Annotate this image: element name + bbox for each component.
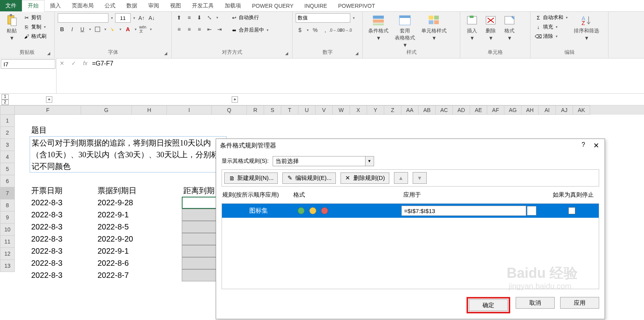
expand-group-1[interactable]: + — [46, 96, 52, 103]
row-head-5[interactable]: 5 — [0, 163, 15, 175]
col-head-W[interactable]: W — [333, 105, 350, 115]
inc-decimal-icon[interactable]: .0→.00 — [331, 26, 340, 34]
row-head-6[interactable]: 6 — [0, 175, 15, 187]
col-head-H[interactable]: H — [132, 105, 167, 115]
formula-input[interactable]: =G7-F7 — [90, 59, 644, 68]
tab-pagelayout[interactable]: 页面布局 — [66, 0, 99, 11]
merge-center-button[interactable]: ⬌合并后居中▼ — [229, 26, 271, 34]
autosum-button[interactable]: Σ自动求和▼ — [534, 13, 570, 22]
cell-F6[interactable]: 开票日期 — [30, 185, 96, 197]
col-head-AD[interactable]: AD — [453, 105, 470, 115]
name-box-input[interactable] — [1, 59, 55, 69]
ok-button[interactable]: 确定 — [469, 299, 508, 311]
tab-addins[interactable]: 加载项 — [219, 0, 247, 11]
align-bottom-icon[interactable]: ⬇ — [195, 13, 204, 22]
insert-cell-button[interactable]: 插入▼ — [463, 13, 481, 42]
font-launcher-icon[interactable]: ◢ — [164, 51, 170, 57]
col-head-G[interactable]: G — [81, 105, 132, 115]
align-center-icon[interactable]: ≡ — [185, 25, 193, 34]
col-head-U[interactable]: U — [298, 105, 316, 115]
col-head-AF[interactable]: AF — [487, 105, 504, 115]
col-head-X[interactable]: X — [350, 105, 367, 115]
table-format-button[interactable]: 套用 表格格式▼ — [392, 13, 417, 49]
rule-row[interactable]: 图标集 ⊞ — [222, 204, 599, 218]
select-all-corner[interactable] — [0, 105, 15, 115]
tab-powerquery[interactable]: POWER QUERY — [247, 0, 299, 11]
align-launcher-icon[interactable]: ◢ — [285, 51, 291, 57]
italic-button[interactable]: I — [68, 25, 76, 34]
delete-rule-button[interactable]: ✕删除规则(D) — [341, 172, 389, 184]
cell-F11[interactable]: 2022-8-3 — [30, 245, 96, 257]
tab-devtools[interactable]: 开发工具 — [186, 0, 219, 11]
outline-level-1[interactable]: 1 — [2, 94, 9, 100]
col-head-AE[interactable]: AE — [470, 105, 487, 115]
tab-data[interactable]: 数据 — [121, 0, 143, 11]
row-head-1[interactable]: 1 — [0, 115, 15, 127]
close-icon[interactable]: ✕ — [591, 141, 601, 150]
applies-to-input[interactable] — [401, 206, 526, 216]
bold-button[interactable]: B — [58, 25, 66, 34]
percent-icon[interactable]: % — [311, 26, 319, 34]
align-middle-icon[interactable]: ≡ — [185, 13, 193, 22]
orientation-icon[interactable]: ⤡ — [205, 13, 214, 22]
col-head-F[interactable]: F — [15, 105, 81, 115]
row-head-9[interactable]: 9 — [0, 212, 15, 224]
wrap-text-button[interactable]: ↩自动换行 — [229, 13, 271, 22]
cell-G12[interactable]: 2022-8-6 — [96, 257, 147, 269]
col-head-Y[interactable]: Y — [367, 105, 384, 115]
cancel-button[interactable]: 取消 — [516, 297, 555, 309]
show-rules-input[interactable] — [273, 156, 365, 166]
cell-G7[interactable]: 2022-9-28 — [96, 197, 147, 209]
col-head-R[interactable]: R — [247, 105, 264, 115]
cell-F10[interactable]: 2022-8-3 — [30, 233, 96, 245]
cell-F8[interactable]: 2022-8-3 — [30, 209, 96, 221]
tab-formulas[interactable]: 公式 — [99, 0, 121, 11]
chevron-down-icon[interactable]: ▼ — [365, 156, 374, 166]
stop-if-true-checkbox[interactable] — [568, 207, 575, 214]
fill-color-button[interactable] — [108, 25, 117, 34]
row-head-10[interactable]: 10 — [0, 224, 15, 236]
move-up-button[interactable]: ▲ — [394, 172, 408, 184]
new-rule-button[interactable]: 🗎新建规则(N)... — [224, 172, 278, 184]
format-painter-button[interactable]: 🖌格式刷 — [22, 32, 48, 41]
cell-F9[interactable]: 2022-8-3 — [30, 221, 96, 233]
cell-F1[interactable]: 题目 — [30, 124, 96, 136]
fill-button[interactable]: ↓填充▼ — [534, 23, 570, 31]
cell-F12[interactable]: 2022-8-3 — [30, 257, 96, 269]
font-size-input[interactable] — [115, 13, 131, 23]
indent-dec-icon[interactable]: ⇤ — [205, 25, 214, 34]
increase-font-icon[interactable]: A↑ — [137, 14, 146, 22]
enter-formula-icon[interactable]: ✓ — [71, 60, 76, 66]
outline-level-2[interactable]: 2 — [2, 100, 9, 105]
help-icon[interactable]: ? — [582, 141, 585, 150]
move-down-button[interactable]: ▼ — [413, 172, 427, 184]
format-cell-button[interactable]: 格式▼ — [501, 13, 518, 42]
tab-view[interactable]: 视图 — [165, 0, 186, 11]
row-head-4[interactable]: 4 — [0, 151, 15, 163]
align-top-icon[interactable]: ⬆ — [175, 13, 183, 22]
align-right-icon[interactable]: ≡ — [195, 25, 204, 34]
decrease-font-icon[interactable]: A↓ — [147, 14, 156, 22]
cell-G8[interactable]: 2022-9-1 — [96, 209, 147, 221]
currency-icon[interactable]: $ — [296, 26, 304, 34]
col-head-AK[interactable]: AK — [573, 105, 590, 115]
copy-button[interactable]: ⎘复制▼ — [22, 23, 48, 31]
col-head-V[interactable]: V — [316, 105, 333, 115]
cell-G13[interactable]: 2022-8-7 — [96, 269, 147, 281]
range-picker-icon[interactable]: ⊞ — [527, 206, 536, 215]
col-head-T[interactable]: T — [281, 105, 298, 115]
row-head-12[interactable]: 12 — [0, 248, 15, 260]
col-head-Q[interactable]: Q — [212, 105, 247, 115]
cut-button[interactable]: ✂剪切 — [22, 13, 48, 22]
col-head-AC[interactable]: AC — [436, 105, 453, 115]
apply-button[interactable]: 应用 — [560, 297, 599, 309]
conditional-format-button[interactable]: 条件格式▼ — [366, 13, 391, 42]
tab-insert[interactable]: 插入 — [44, 0, 66, 11]
tab-home[interactable]: 开始 — [22, 0, 44, 12]
number-launcher-icon[interactable]: ◢ — [355, 51, 361, 57]
cell-G9[interactable]: 2022-8-5 — [96, 221, 147, 233]
col-head-AH[interactable]: AH — [522, 105, 539, 115]
delete-cell-button[interactable]: 删除▼ — [482, 13, 499, 42]
row-head-2[interactable]: 2 — [0, 127, 15, 139]
tab-inquire[interactable]: INQUIRE — [299, 0, 332, 11]
